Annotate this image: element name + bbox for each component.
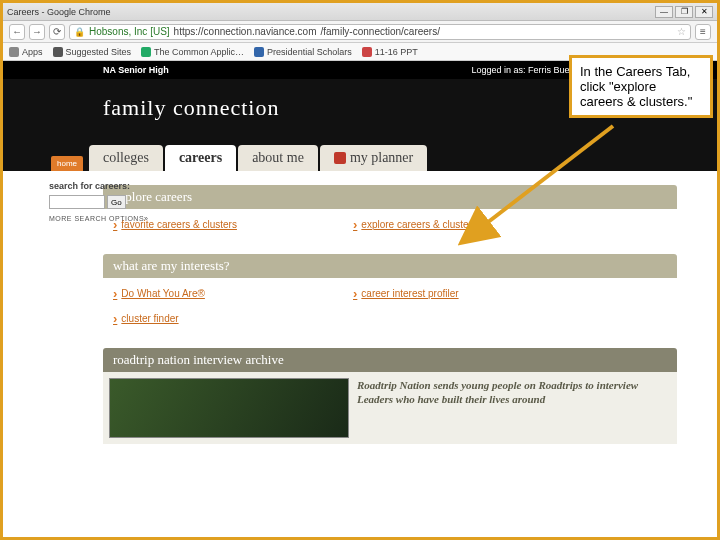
bookmark-label: Presidential Scholars [267,47,352,57]
roadtrip-blurb: Roadtrip Nation sends young people on Ro… [357,378,671,438]
planner-icon [334,152,346,164]
window-title: Careers - Google Chrome [7,7,111,17]
school-name: NA Senior High [103,65,169,75]
link-do-what-you-are[interactable]: Do What You Are® [113,286,313,301]
minimize-button[interactable]: — [655,6,673,18]
search-label: search for careers: [49,181,149,191]
callout-arrow [463,121,633,245]
section-header-roadtrip: roadtrip nation interview archive [103,348,677,372]
bookmark-star-icon[interactable]: ☆ [677,26,686,37]
section-body-roadtrip: Roadtrip Nation sends young people on Ro… [103,372,677,444]
bookmark-suggested[interactable]: Suggested Sites [53,47,132,57]
sidebar-search: search for careers: Go MORE SEARCH OPTIO… [49,181,149,222]
link-career-interest-profiler[interactable]: career interest profiler [353,286,553,301]
tab-about-me[interactable]: about me [238,145,318,171]
close-button[interactable]: ✕ [695,6,713,18]
lock-icon: 🔒 [74,27,85,37]
apps-icon [9,47,19,57]
forward-button[interactable]: → [29,24,45,40]
browser-titlebar: Careers - Google Chrome — ❐ ✕ [3,3,717,21]
roadtrip-image [109,378,349,438]
browser-toolbar: ← → ⟳ 🔒 Hobsons, Inc [US] https://connec… [3,21,717,43]
bookmark-label: The Common Applic… [154,47,244,57]
section-header-interests: what are my interests? [103,254,677,278]
tab-colleges[interactable]: colleges [89,145,163,171]
logged-in-user: Logged in as: Ferris Bueller [471,65,581,75]
more-search-options-link[interactable]: MORE SEARCH OPTIONS» [49,215,149,222]
url-path: /family-connection/careers/ [320,26,440,37]
site-brand: family connection [103,95,279,141]
link-cluster-finder[interactable]: cluster finder [113,311,313,326]
menu-button[interactable]: ≡ [695,24,711,40]
site-icon [141,47,151,57]
tab-home[interactable]: home [51,156,83,171]
career-search-input[interactable] [49,195,105,209]
section-body-interests: Do What You Are® cluster finder career i… [103,278,677,344]
bookmark-label: Apps [22,47,43,57]
file-icon [362,47,372,57]
reload-button[interactable]: ⟳ [49,24,65,40]
tab-label: colleges [103,150,149,166]
tab-label: my planner [350,150,413,166]
tab-careers[interactable]: careers [165,145,236,171]
instruction-callout: In the Careers Tab, click "explore caree… [569,55,713,118]
bookmark-ppt[interactable]: 11-16 PPT [362,47,418,57]
folder-icon [53,47,63,57]
tab-label: careers [179,150,222,166]
svg-line-0 [483,126,613,226]
search-go-button[interactable]: Go [107,195,126,209]
bookmark-label: 11-16 PPT [375,47,418,57]
bookmark-commonapp[interactable]: The Common Applic… [141,47,244,57]
site-icon [254,47,264,57]
bookmark-label: Suggested Sites [66,47,132,57]
bookmark-scholars[interactable]: Presidential Scholars [254,47,352,57]
back-button[interactable]: ← [9,24,25,40]
url-host: https://connection.naviance.com [174,26,317,37]
bookmark-apps[interactable]: Apps [9,47,43,57]
maximize-button[interactable]: ❐ [675,6,693,18]
url-provider: Hobsons, Inc [US] [89,26,170,37]
address-bar[interactable]: 🔒 Hobsons, Inc [US] https://connection.n… [69,24,691,40]
tab-label: about me [252,150,304,166]
tab-my-planner[interactable]: my planner [320,145,427,171]
